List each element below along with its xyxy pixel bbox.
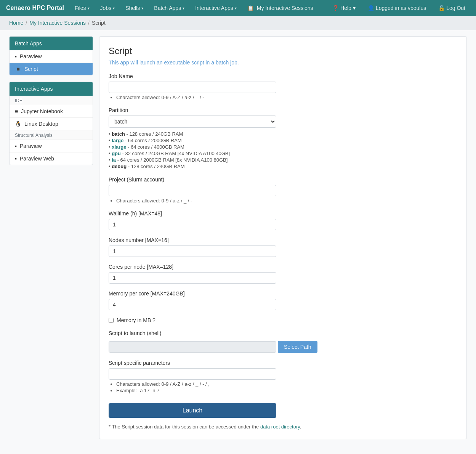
script-path-group: Script to launch (shell) Select Path [109, 330, 457, 353]
script-params-input[interactable] [109, 368, 276, 380]
sidebar-item-paraview-batch-label: Paraview [20, 53, 42, 59]
memory-group: Memory per core [MAX=240GB] [109, 290, 457, 310]
sidebar-item-jupyter[interactable]: ≡ Jupyter Notebook [10, 105, 93, 118]
linux-icon: 🐧 [15, 121, 21, 127]
sidebar-item-paraview-interactive-label: Paraview [20, 143, 42, 149]
paraview-web-icon: ▪ [15, 156, 17, 162]
breadcrumb-sep-2: / [88, 20, 90, 26]
cores-label: Cores per node [MAX=128] [109, 264, 457, 270]
script-params-group: Script specific parameters Characters al… [109, 360, 457, 393]
nav-interactive-apps[interactable]: Interactive Apps ▾ [191, 2, 241, 14]
walltime-input[interactable] [109, 219, 276, 230]
partition-group: Partition batch large xlarge gpu ia debu… [109, 107, 457, 170]
sidebar-category-structural: Structural Analysis [10, 130, 93, 140]
nav-shells-label: Shells [125, 5, 140, 11]
logout-icon: 🔓 [438, 5, 445, 11]
partition-detail-gpu: gpu - 32 cores / 240GB RAM [4x NVIDIA A1… [109, 150, 457, 157]
project-group: Project (Slurm account) Characters allow… [109, 176, 457, 204]
script-icon: ◾ [15, 66, 21, 72]
sidebar: Batch Apps ▪ Paraview ◾ Script Interacti… [9, 36, 93, 171]
nav-shells[interactable]: Shells ▾ [121, 2, 148, 14]
project-label: Project (Slurm account) [109, 176, 457, 183]
memory-input[interactable] [109, 299, 276, 310]
brand-link[interactable]: Cenaero HPC Portal [6, 5, 64, 11]
walltime-group: Walltime (h) [MAX=48] [109, 210, 457, 230]
jupyter-icon: ≡ [15, 108, 18, 114]
script-path-label: Script to launch (shell) [109, 330, 457, 336]
page-title: Script [109, 46, 457, 56]
job-name-input[interactable] [109, 82, 276, 93]
partition-detail-large: large - 64 cores / 2000GB RAM [109, 137, 457, 144]
sidebar-item-jupyter-label: Jupyter Notebook [21, 108, 63, 114]
footer-prefix: * The Script session data for this sessi… [109, 424, 260, 430]
sidebar-batch-section: Batch Apps ▪ Paraview ◾ Script [9, 36, 93, 75]
breadcrumb-sep-1: / [26, 20, 27, 26]
sidebar-item-linux-desktop[interactable]: 🐧 Linux Desktop [10, 118, 93, 130]
memory-mb-label[interactable]: Memory in MB ? [117, 317, 155, 323]
sidebar-item-paraview-web[interactable]: ▪ Paraview Web [10, 152, 93, 165]
partition-details: batch - 128 cores / 240GB RAM large - 64… [109, 131, 457, 170]
job-name-help-text: Characters allowed: 0-9 / A-Z / a-z / _ … [116, 95, 457, 100]
nodes-group: Nodes number [MAX=16] [109, 237, 457, 257]
nav-jobs-label: Jobs [100, 5, 112, 11]
nav-batch-apps-caret: ▾ [183, 6, 184, 10]
nav-logout[interactable]: 🔓 Log Out [434, 2, 470, 14]
breadcrumb-home[interactable]: Home [9, 20, 23, 26]
nav-batch-apps[interactable]: Batch Apps ▾ [149, 2, 189, 14]
footer-note: * The Script session data for this sessi… [109, 424, 457, 430]
sidebar-item-script[interactable]: ◾ Script [10, 63, 93, 75]
script-path-input[interactable] [109, 341, 276, 353]
memory-label: Memory per core [MAX=240GB] [109, 290, 457, 297]
nav-user[interactable]: 👤 Logged in as vboulus [363, 2, 431, 14]
nav-help-caret: ▾ [353, 5, 356, 11]
help-icon: ❓ [332, 5, 339, 11]
sidebar-item-paraview-interactive[interactable]: ▪ Paraview [10, 140, 93, 152]
project-input[interactable] [109, 185, 276, 196]
nav-help[interactable]: ❓ Help ▾ [328, 2, 360, 14]
content-panel: Script This app will launch an executabl… [99, 36, 467, 439]
cores-group: Cores per node [MAX=128] [109, 264, 457, 284]
footer-suffix: . [300, 424, 301, 430]
sidebar-interactive-section: Interactive Apps IDE ≡ Jupyter Notebook … [9, 82, 93, 165]
nav-files-label: Files [75, 5, 86, 11]
partition-detail-xlarge: xlarge - 64 cores / 4000GB RAM [109, 144, 457, 150]
job-name-help: Characters allowed: 0-9 / A-Z / a-z / _ … [109, 95, 457, 100]
launch-button[interactable]: Launch [109, 403, 276, 418]
main-layout: Batch Apps ▪ Paraview ◾ Script Interacti… [0, 30, 476, 445]
script-params-help: Characters allowed: 0-9 / A-Z / a-z / _ … [109, 381, 457, 393]
partition-detail-batch: batch - 128 cores / 240GB RAM [109, 131, 457, 137]
nav-help-label: Help [340, 5, 351, 11]
nav-items: Files ▾ Jobs ▾ Shells ▾ Batch Apps ▾ Int… [70, 2, 328, 14]
partition-label: Partition [109, 107, 457, 113]
sidebar-batch-header: Batch Apps [10, 37, 93, 50]
walltime-label: Walltime (h) [MAX=48] [109, 210, 457, 217]
project-help-text: Characters allowed: 0-9 / a-z / _ / - [116, 198, 457, 204]
nav-shells-caret: ▾ [141, 6, 143, 10]
nav-jobs[interactable]: Jobs ▾ [96, 2, 120, 14]
partition-detail-ia: ia - 64 cores / 2000GB RAM [8x NVIDIA A1… [109, 157, 457, 163]
project-help: Characters allowed: 0-9 / a-z / _ / - [109, 198, 457, 204]
partition-select[interactable]: batch large xlarge gpu ia debug [109, 116, 276, 128]
nav-logout-label: Log Out [446, 5, 465, 11]
nodes-input[interactable] [109, 245, 276, 257]
memory-mb-checkbox[interactable] [109, 318, 114, 323]
data-root-link[interactable]: data root directory [260, 424, 300, 430]
job-name-label: Job Name [109, 73, 457, 79]
script-params-help-1: Characters allowed: 0-9 / A-Z / a-z / _ … [116, 381, 457, 387]
sidebar-item-paraview-batch[interactable]: ▪ Paraview [10, 50, 93, 63]
nav-sessions[interactable]: 📋 My Interactive Sessions [243, 2, 318, 14]
breadcrumb-current: Script [92, 20, 106, 26]
job-name-group: Job Name Characters allowed: 0-9 / A-Z /… [109, 73, 457, 100]
sidebar-item-linux-label: Linux Desktop [24, 121, 58, 127]
breadcrumb-sessions[interactable]: My Interactive Sessions [29, 20, 86, 26]
nav-interactive-apps-label: Interactive Apps [195, 5, 233, 11]
paraview-interactive-icon: ▪ [15, 143, 17, 149]
sidebar-item-script-label: Script [24, 66, 38, 72]
nodes-label: Nodes number [MAX=16] [109, 237, 457, 243]
nav-files[interactable]: Files ▾ [70, 2, 94, 14]
paraview-batch-icon: ▪ [15, 53, 17, 59]
select-path-button[interactable]: Select Path [278, 341, 317, 353]
page-subtitle: This app will launch an executable scrip… [109, 59, 457, 66]
cores-input[interactable] [109, 272, 276, 284]
breadcrumb: Home / My Interactive Sessions / Script [0, 16, 476, 30]
